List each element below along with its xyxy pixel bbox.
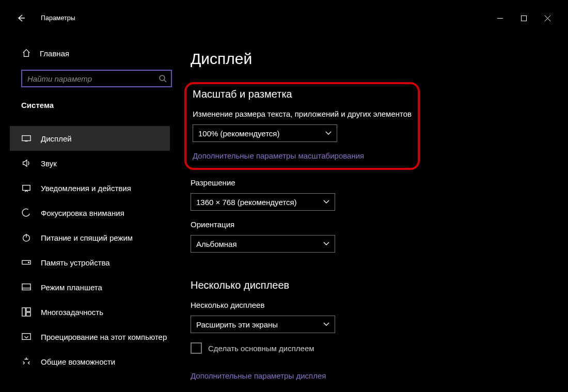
svg-point-6 [28,262,29,263]
minimize-icon [497,15,503,21]
search-icon [159,74,167,83]
sidebar-item-power[interactable]: Питание и спящий режим [21,225,170,250]
sidebar-item-storage[interactable]: Память устройства [21,250,170,275]
sidebar-item-label: Дисплей [41,134,72,143]
tablet-icon [21,282,31,292]
notifications-icon [21,183,31,193]
svg-rect-7 [22,284,30,290]
display-advanced-link[interactable]: Дополнительные параметры дисплея [191,371,326,380]
multi-dropdown[interactable]: Расширить эти экраны [191,316,335,333]
sound-icon [21,158,31,168]
multi-dropdown-value: Расширить эти экраны [196,320,278,329]
sidebar-item-label: Питание и спящий режим [41,233,133,242]
sidebar-item-notifications[interactable]: Уведомления и действия [21,176,170,200]
main-content: Дисплей Масштаб и разметка Изменение раз… [175,26,559,382]
sidebar-item-focus[interactable]: Фокусировка внимания [21,200,170,225]
sidebar-item-sound[interactable]: Звук [21,151,170,176]
page-title: Дисплей [191,50,559,68]
multi-label: Несколько дисплеев [191,301,559,309]
search-field[interactable] [21,70,172,87]
focus-icon [21,208,31,218]
sidebar-item-label: Проецирование на этот компьютер [41,333,167,341]
chevron-down-icon [323,200,329,204]
sidebar-item-label: Память устройства [41,258,110,267]
scale-section-title: Масштаб и разметка [193,88,418,100]
resolution-dropdown[interactable]: 1360 × 768 (рекомендуется) [191,193,335,211]
svg-rect-2 [22,136,30,141]
svg-rect-10 [26,312,30,316]
sidebar-item-tablet[interactable]: Режим планшета [21,275,170,300]
sidebar-item-label: Звук [41,159,57,168]
search-input[interactable] [27,74,155,83]
make-main-label: Сделать основным дисплеем [208,344,314,353]
sidebar-item-projecting[interactable]: Проецирование на этот компьютер [21,324,170,349]
sidebar-home[interactable]: Главная [21,46,170,60]
sidebar-item-label: Уведомления и действия [41,184,131,193]
sidebar-item-label: Режим планшета [41,283,102,292]
multi-section-title: Несколько дисплеев [191,279,559,291]
svg-rect-0 [521,15,526,21]
close-icon [545,15,550,21]
sidebar-nav: Дисплей Звук Уведомления и действия [21,126,170,374]
close-button[interactable] [535,10,559,26]
chevron-down-icon [325,131,332,135]
svg-point-1 [160,75,165,81]
arrow-left-icon [17,14,25,22]
sidebar-item-display[interactable]: Дисплей [10,126,170,151]
svg-rect-8 [22,308,25,316]
sidebar-item-label: Фокусировка внимания [41,209,124,217]
titlebar: Параметры [10,10,559,26]
sidebar-home-label: Главная [40,49,69,58]
sidebar-item-shared[interactable]: Общие возможности [21,349,170,374]
sidebar-item-label: Многозадачность [41,308,103,317]
scale-advanced-link[interactable]: Дополнительные параметры масштабирования [193,151,364,160]
scale-highlight: Масштаб и разметка Изменение размера тек… [184,82,420,170]
scale-dropdown-value: 100% (рекомендуется) [198,129,279,138]
multitasking-icon [21,307,31,317]
resolution-dropdown-value: 1360 × 768 (рекомендуется) [196,198,297,207]
sidebar-item-multitasking[interactable]: Многозадачность [21,300,170,324]
sidebar-item-label: Общие возможности [41,357,115,366]
home-icon [21,48,31,58]
shared-icon [21,356,31,367]
orientation-label: Ориентация [191,220,559,229]
scale-label: Изменение размера текста, приложений и д… [193,109,418,118]
svg-rect-9 [26,308,30,311]
maximize-icon [521,15,527,21]
svg-rect-3 [23,185,30,191]
chevron-down-icon [323,242,329,246]
svg-rect-11 [22,334,30,340]
resolution-label: Разрешение [191,178,559,187]
power-icon [21,232,31,243]
maximize-button[interactable] [512,10,535,26]
projecting-icon [21,332,31,342]
window-title: Параметры [41,14,75,22]
orientation-dropdown[interactable]: Альбомная [191,235,335,253]
storage-icon [21,257,31,268]
chevron-down-icon [323,322,329,326]
minimize-button[interactable] [488,10,512,26]
scale-dropdown[interactable]: 100% (рекомендуется) [193,124,337,142]
sidebar: Главная Система Дисплей [10,26,175,382]
orientation-dropdown-value: Альбомная [196,240,237,248]
sidebar-category: Система [21,101,170,109]
display-icon [21,133,31,144]
back-button[interactable] [13,10,29,26]
window-controls [488,10,559,26]
make-main-checkbox[interactable] [191,342,202,354]
make-main-checkbox-row[interactable]: Сделать основным дисплеем [191,342,559,354]
